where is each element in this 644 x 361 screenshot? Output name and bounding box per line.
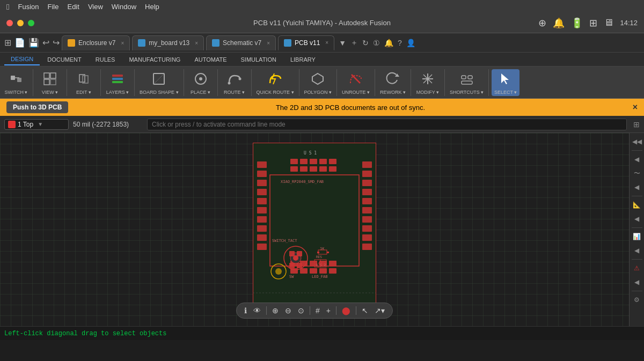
ribbon-tab-design[interactable]: DESIGN xyxy=(4,54,40,65)
pointer-menu-icon[interactable]: ↗▾ xyxy=(372,305,387,316)
ribbon-tab-rules[interactable]: RULES xyxy=(89,54,122,65)
menu-help[interactable]: Help xyxy=(145,3,159,11)
sidebar-chart-icon[interactable]: 📊 xyxy=(631,230,643,243)
sidebar-prev-icon[interactable]: ◀ xyxy=(631,181,643,194)
tool-rework[interactable]: REWORK ▾ xyxy=(378,69,408,96)
notification-close-button[interactable]: × xyxy=(633,102,638,112)
redo-icon[interactable]: ↪ xyxy=(53,38,60,48)
sidebar-back-icon[interactable]: ◀ xyxy=(631,153,643,166)
polygon-icon xyxy=(310,71,325,89)
switch-icon xyxy=(9,71,24,89)
svg-text:RES: RES xyxy=(316,255,322,259)
sidebar-nav-icon[interactable]: ◀ xyxy=(631,244,643,257)
tab-enclosure-close[interactable]: × xyxy=(121,40,124,46)
window-controls xyxy=(6,20,34,26)
menu-edit[interactable]: Edit xyxy=(67,3,79,11)
tool-switch[interactable]: SWITCH ▾ xyxy=(2,69,30,96)
undo-icon[interactable]: ↩ xyxy=(42,38,49,48)
tool-route[interactable]: ROUTE ▾ xyxy=(221,69,248,96)
tab-help-icon[interactable]: ? xyxy=(398,39,402,47)
tool-select[interactable]: SELECT ▾ xyxy=(492,69,519,96)
zoom-in-icon[interactable]: ⊕ xyxy=(270,305,281,316)
tab-add-icon[interactable]: ＋ xyxy=(350,38,358,48)
tab-my-board-close[interactable]: × xyxy=(195,40,198,46)
add-icon[interactable]: + xyxy=(324,305,333,316)
svg-rect-37 xyxy=(257,216,267,223)
apple-menu[interactable]:  xyxy=(6,2,9,11)
zoom-fit-icon[interactable]: ⊙ xyxy=(296,305,306,316)
tab-user-icon[interactable]: 👤 xyxy=(406,39,415,47)
command-input[interactable] xyxy=(147,119,627,130)
sidebar-div1 xyxy=(632,150,642,151)
ribbon-tab-library[interactable]: LIBRARY xyxy=(284,54,322,65)
eye-icon[interactable]: 👁 xyxy=(251,305,263,316)
place-label: PLACE ▾ xyxy=(191,90,210,95)
tab-alert-icon[interactable]: 🔔 xyxy=(384,39,393,47)
ribbon-tabs: DESIGN DOCUMENT RULES MANUFACTURING AUTO… xyxy=(0,53,644,67)
ribbon-tab-automate[interactable]: AUTOMATE xyxy=(188,54,233,65)
tool-place[interactable]: PLACE ▾ xyxy=(187,69,215,96)
tool-shortcuts[interactable]: SHORTCUTS ▾ xyxy=(448,69,486,96)
sidebar-double-left-icon[interactable]: ◀◀ xyxy=(631,135,643,148)
cursor-icon[interactable]: ↖ xyxy=(360,305,370,316)
svg-rect-86 xyxy=(317,252,319,253)
tab-bar: ⊞ 📄 💾 ↩ ↪ Enclosure v7 × my_board v13 × … xyxy=(0,33,644,53)
tool-modify[interactable]: MODIFY ▾ xyxy=(414,69,442,96)
ribbon-tab-manufacturing[interactable]: MANUFACTURING xyxy=(122,54,187,65)
sidebar-last-icon[interactable]: ◀ xyxy=(631,276,643,289)
ribbon-tab-document[interactable]: DOCUMENT xyxy=(41,54,88,65)
menu-fusion[interactable]: Fusion xyxy=(18,3,39,11)
tab-dropdown-icon[interactable]: ▼ xyxy=(339,39,346,47)
sidebar-alert-icon[interactable]: ⚠ xyxy=(631,262,643,275)
apps-icon[interactable]: ⊞ xyxy=(4,38,11,48)
sidebar-settings-icon[interactable]: ⚙ xyxy=(631,293,643,306)
minimize-button[interactable] xyxy=(17,20,24,26)
sep11 xyxy=(411,69,411,96)
menu-view[interactable]: View xyxy=(88,3,103,11)
main-canvas[interactable]: U S 1 xyxy=(0,133,629,326)
sidebar-ruler-icon[interactable]: 📐 xyxy=(631,198,643,211)
tool-board-shape[interactable]: BOARD SHAPE ▾ xyxy=(137,69,181,96)
tab-schematic-close[interactable]: × xyxy=(267,40,270,46)
svg-rect-57 xyxy=(300,166,308,172)
tab-pcb-close[interactable]: × xyxy=(325,40,328,46)
svg-point-15 xyxy=(199,77,202,80)
tool-edit[interactable]: EDIT ▾ xyxy=(70,69,98,96)
menu-window[interactable]: Window xyxy=(112,3,136,11)
sep10 xyxy=(375,69,375,96)
tab-my-board[interactable]: my_board v13 × xyxy=(132,35,204,50)
tool-polygon[interactable]: POLYGON ▾ xyxy=(302,69,334,96)
new-doc-icon[interactable]: 📄 xyxy=(14,38,25,48)
menu-file[interactable]: File xyxy=(48,3,59,11)
info-icon[interactable]: ℹ xyxy=(242,305,249,316)
tab-notification-icon[interactable]: ① xyxy=(373,39,380,47)
push-3d-button[interactable]: Push to 3D PCB xyxy=(6,101,68,113)
sidebar-route-back-icon[interactable]: ◀ xyxy=(631,212,643,225)
tool-quick-route[interactable]: QUICK ROUTE ▾ xyxy=(254,69,296,96)
svg-rect-34 xyxy=(257,189,267,195)
ribbon-tab-simulation[interactable]: SIMULATION xyxy=(235,54,283,65)
stop-icon[interactable]: ⬤ xyxy=(340,305,353,316)
view-icon xyxy=(42,71,57,89)
save-icon[interactable]: 💾 xyxy=(28,38,39,48)
mac-app-menu:  Fusion File Edit View Window Help xyxy=(0,0,644,13)
grid-toggle-icon[interactable]: # xyxy=(313,305,322,316)
tab-schematic[interactable]: Schematic v7 × xyxy=(206,35,276,50)
tool-layers[interactable]: LAYERS ▾ xyxy=(104,69,131,96)
tab-refresh-icon[interactable]: ↻ xyxy=(362,39,369,47)
tab-pcb[interactable]: PCB v11 × xyxy=(278,35,334,50)
tool-unroute[interactable]: UNROUTE ▾ xyxy=(340,69,372,96)
zoom-out-icon[interactable]: ⊖ xyxy=(283,305,294,316)
layer-bar: 1 Top ▼ 50 mil (-2272 1853) ⊞ xyxy=(0,116,644,133)
close-button[interactable] xyxy=(6,20,13,26)
layer-bar-icon[interactable]: ⊞ xyxy=(633,120,640,129)
svg-rect-59 xyxy=(319,166,327,172)
sidebar-wave-icon[interactable]: 〜 xyxy=(631,167,643,180)
maximize-button[interactable] xyxy=(28,20,34,26)
svg-rect-51 xyxy=(290,159,298,164)
layers-icon xyxy=(110,71,125,89)
svg-rect-60 xyxy=(329,166,336,172)
layer-selector[interactable]: 1 Top ▼ xyxy=(4,119,69,130)
tab-enclosure[interactable]: Enclosure v7 × xyxy=(62,35,130,50)
tool-view[interactable]: VIEW ▾ xyxy=(36,69,64,96)
